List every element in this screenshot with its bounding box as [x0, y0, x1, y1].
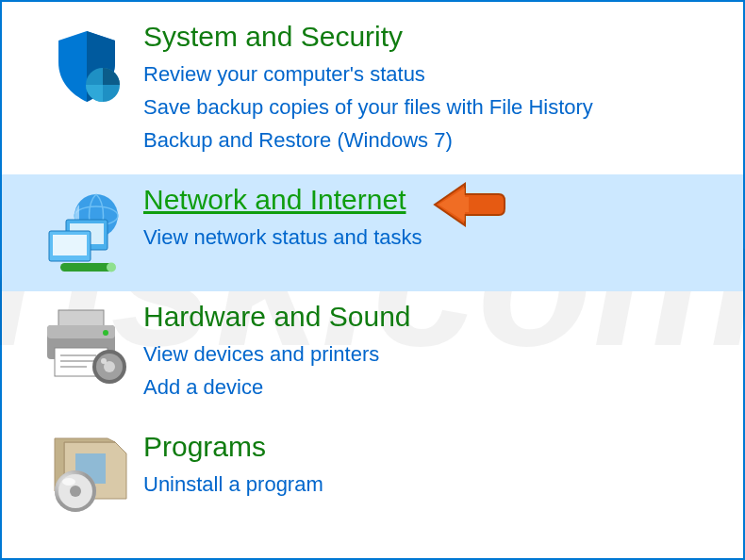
category-hardware-sound: Hardware and Sound View devices and prin…: [2, 291, 743, 421]
heading-network-internet[interactable]: Network and Internet: [143, 184, 406, 216]
printer-icon: [30, 301, 143, 387]
svg-rect-9: [58, 310, 104, 327]
pointer-arrow-icon: [431, 178, 506, 235]
category-programs: Programs Uninstall a program: [2, 421, 743, 533]
link-devices-printers[interactable]: View devices and printers: [143, 338, 715, 370]
category-system-security: System and Security Review your computer…: [2, 11, 743, 174]
svg-point-8: [107, 263, 116, 272]
heading-system-security[interactable]: System and Security: [143, 21, 403, 53]
network-icon: [30, 184, 143, 274]
svg-rect-6: [53, 235, 87, 255]
svg-point-26: [62, 478, 75, 486]
link-network-status[interactable]: View network status and tasks: [143, 222, 715, 253]
heading-programs[interactable]: Programs: [143, 431, 266, 463]
category-network-internet[interactable]: Network and Internet View network status…: [2, 174, 743, 291]
heading-hardware-sound[interactable]: Hardware and Sound: [143, 301, 411, 333]
link-uninstall-program[interactable]: Uninstall a program: [143, 469, 715, 500]
link-file-history[interactable]: Save backup copies of your files with Fi…: [143, 91, 715, 123]
link-backup-restore[interactable]: Backup and Restore (Windows 7): [143, 124, 715, 156]
link-add-device[interactable]: Add a device: [143, 371, 715, 403]
svg-point-20: [101, 358, 107, 364]
shield-icon: [30, 21, 143, 111]
svg-point-16: [103, 330, 108, 336]
programs-icon: [30, 431, 143, 516]
link-review-status[interactable]: Review your computer's status: [143, 58, 715, 90]
svg-point-25: [70, 486, 81, 497]
